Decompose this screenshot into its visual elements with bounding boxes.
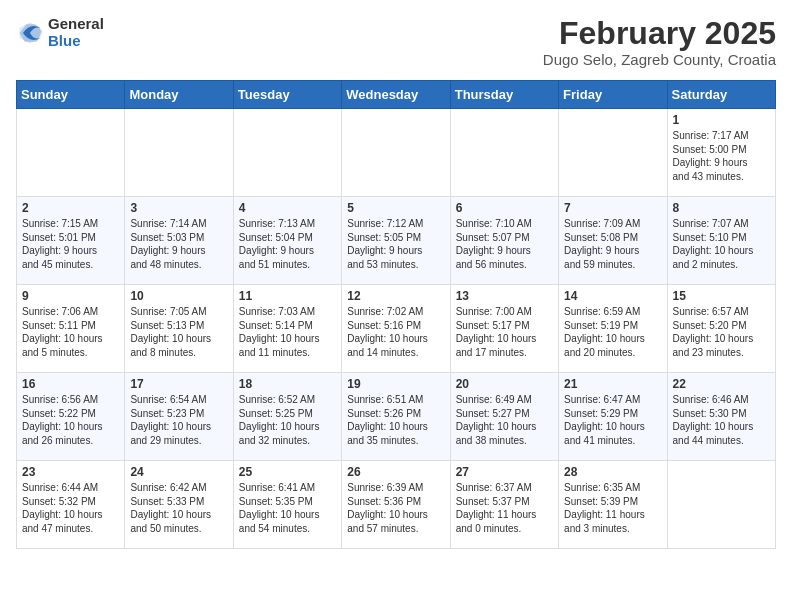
logo-general: General (48, 15, 104, 32)
calendar-cell: 24Sunrise: 6:42 AM Sunset: 5:33 PM Dayli… (125, 461, 233, 549)
day-info: Sunrise: 6:57 AM Sunset: 5:20 PM Dayligh… (673, 305, 770, 359)
month-year: February 2025 (543, 16, 776, 51)
weekday-header-thursday: Thursday (450, 81, 558, 109)
day-number: 14 (564, 289, 661, 303)
day-number: 19 (347, 377, 444, 391)
calendar-cell: 8Sunrise: 7:07 AM Sunset: 5:10 PM Daylig… (667, 197, 775, 285)
day-info: Sunrise: 6:44 AM Sunset: 5:32 PM Dayligh… (22, 481, 119, 535)
calendar-week-row: 2Sunrise: 7:15 AM Sunset: 5:01 PM Daylig… (17, 197, 776, 285)
day-info: Sunrise: 6:47 AM Sunset: 5:29 PM Dayligh… (564, 393, 661, 447)
calendar-cell: 4Sunrise: 7:13 AM Sunset: 5:04 PM Daylig… (233, 197, 341, 285)
weekday-header-sunday: Sunday (17, 81, 125, 109)
calendar-cell: 12Sunrise: 7:02 AM Sunset: 5:16 PM Dayli… (342, 285, 450, 373)
logo-icon (16, 19, 44, 47)
calendar-cell: 3Sunrise: 7:14 AM Sunset: 5:03 PM Daylig… (125, 197, 233, 285)
day-info: Sunrise: 6:41 AM Sunset: 5:35 PM Dayligh… (239, 481, 336, 535)
calendar-cell (667, 461, 775, 549)
calendar-cell: 18Sunrise: 6:52 AM Sunset: 5:25 PM Dayli… (233, 373, 341, 461)
calendar-cell: 7Sunrise: 7:09 AM Sunset: 5:08 PM Daylig… (559, 197, 667, 285)
weekday-header-wednesday: Wednesday (342, 81, 450, 109)
calendar-cell: 14Sunrise: 6:59 AM Sunset: 5:19 PM Dayli… (559, 285, 667, 373)
calendar-cell: 22Sunrise: 6:46 AM Sunset: 5:30 PM Dayli… (667, 373, 775, 461)
weekday-header-saturday: Saturday (667, 81, 775, 109)
title-block: February 2025 Dugo Selo, Zagreb County, … (543, 16, 776, 68)
calendar-cell: 28Sunrise: 6:35 AM Sunset: 5:39 PM Dayli… (559, 461, 667, 549)
day-number: 8 (673, 201, 770, 215)
day-info: Sunrise: 7:02 AM Sunset: 5:16 PM Dayligh… (347, 305, 444, 359)
day-number: 21 (564, 377, 661, 391)
calendar-cell: 26Sunrise: 6:39 AM Sunset: 5:36 PM Dayli… (342, 461, 450, 549)
day-info: Sunrise: 6:49 AM Sunset: 5:27 PM Dayligh… (456, 393, 553, 447)
calendar-cell (559, 109, 667, 197)
weekday-header-friday: Friday (559, 81, 667, 109)
calendar-cell: 23Sunrise: 6:44 AM Sunset: 5:32 PM Dayli… (17, 461, 125, 549)
page-header: General Blue February 2025 Dugo Selo, Za… (16, 16, 776, 68)
calendar-cell: 27Sunrise: 6:37 AM Sunset: 5:37 PM Dayli… (450, 461, 558, 549)
day-info: Sunrise: 6:46 AM Sunset: 5:30 PM Dayligh… (673, 393, 770, 447)
day-number: 15 (673, 289, 770, 303)
day-number: 2 (22, 201, 119, 215)
location: Dugo Selo, Zagreb County, Croatia (543, 51, 776, 68)
calendar-cell (17, 109, 125, 197)
day-info: Sunrise: 6:52 AM Sunset: 5:25 PM Dayligh… (239, 393, 336, 447)
calendar-cell: 10Sunrise: 7:05 AM Sunset: 5:13 PM Dayli… (125, 285, 233, 373)
day-number: 7 (564, 201, 661, 215)
logo-blue: Blue (48, 32, 81, 49)
day-info: Sunrise: 7:05 AM Sunset: 5:13 PM Dayligh… (130, 305, 227, 359)
calendar-cell: 2Sunrise: 7:15 AM Sunset: 5:01 PM Daylig… (17, 197, 125, 285)
day-info: Sunrise: 7:10 AM Sunset: 5:07 PM Dayligh… (456, 217, 553, 271)
day-number: 25 (239, 465, 336, 479)
day-number: 5 (347, 201, 444, 215)
day-number: 12 (347, 289, 444, 303)
calendar-cell: 16Sunrise: 6:56 AM Sunset: 5:22 PM Dayli… (17, 373, 125, 461)
day-number: 6 (456, 201, 553, 215)
weekday-header-tuesday: Tuesday (233, 81, 341, 109)
day-number: 9 (22, 289, 119, 303)
calendar-cell: 15Sunrise: 6:57 AM Sunset: 5:20 PM Dayli… (667, 285, 775, 373)
calendar-week-row: 23Sunrise: 6:44 AM Sunset: 5:32 PM Dayli… (17, 461, 776, 549)
calendar-table: SundayMondayTuesdayWednesdayThursdayFrid… (16, 80, 776, 549)
calendar-cell (233, 109, 341, 197)
logo-text: General Blue (48, 16, 104, 49)
day-info: Sunrise: 6:59 AM Sunset: 5:19 PM Dayligh… (564, 305, 661, 359)
calendar-cell: 9Sunrise: 7:06 AM Sunset: 5:11 PM Daylig… (17, 285, 125, 373)
calendar-week-row: 1Sunrise: 7:17 AM Sunset: 5:00 PM Daylig… (17, 109, 776, 197)
calendar-cell (342, 109, 450, 197)
calendar-cell: 5Sunrise: 7:12 AM Sunset: 5:05 PM Daylig… (342, 197, 450, 285)
day-info: Sunrise: 6:51 AM Sunset: 5:26 PM Dayligh… (347, 393, 444, 447)
calendar-week-row: 16Sunrise: 6:56 AM Sunset: 5:22 PM Dayli… (17, 373, 776, 461)
day-number: 26 (347, 465, 444, 479)
day-number: 22 (673, 377, 770, 391)
day-number: 28 (564, 465, 661, 479)
day-info: Sunrise: 6:42 AM Sunset: 5:33 PM Dayligh… (130, 481, 227, 535)
day-info: Sunrise: 7:06 AM Sunset: 5:11 PM Dayligh… (22, 305, 119, 359)
calendar-cell (125, 109, 233, 197)
weekday-header-row: SundayMondayTuesdayWednesdayThursdayFrid… (17, 81, 776, 109)
day-number: 13 (456, 289, 553, 303)
weekday-header-monday: Monday (125, 81, 233, 109)
day-info: Sunrise: 7:07 AM Sunset: 5:10 PM Dayligh… (673, 217, 770, 271)
day-info: Sunrise: 6:37 AM Sunset: 5:37 PM Dayligh… (456, 481, 553, 535)
calendar-week-row: 9Sunrise: 7:06 AM Sunset: 5:11 PM Daylig… (17, 285, 776, 373)
day-info: Sunrise: 7:15 AM Sunset: 5:01 PM Dayligh… (22, 217, 119, 271)
calendar-cell: 13Sunrise: 7:00 AM Sunset: 5:17 PM Dayli… (450, 285, 558, 373)
calendar-cell: 20Sunrise: 6:49 AM Sunset: 5:27 PM Dayli… (450, 373, 558, 461)
day-number: 24 (130, 465, 227, 479)
day-number: 11 (239, 289, 336, 303)
day-number: 10 (130, 289, 227, 303)
day-info: Sunrise: 7:17 AM Sunset: 5:00 PM Dayligh… (673, 129, 770, 183)
day-number: 16 (22, 377, 119, 391)
calendar-cell: 1Sunrise: 7:17 AM Sunset: 5:00 PM Daylig… (667, 109, 775, 197)
calendar-cell: 19Sunrise: 6:51 AM Sunset: 5:26 PM Dayli… (342, 373, 450, 461)
calendar-cell: 17Sunrise: 6:54 AM Sunset: 5:23 PM Dayli… (125, 373, 233, 461)
day-number: 20 (456, 377, 553, 391)
day-info: Sunrise: 6:54 AM Sunset: 5:23 PM Dayligh… (130, 393, 227, 447)
calendar-cell: 25Sunrise: 6:41 AM Sunset: 5:35 PM Dayli… (233, 461, 341, 549)
day-info: Sunrise: 6:35 AM Sunset: 5:39 PM Dayligh… (564, 481, 661, 535)
calendar-cell (450, 109, 558, 197)
day-info: Sunrise: 7:14 AM Sunset: 5:03 PM Dayligh… (130, 217, 227, 271)
day-number: 18 (239, 377, 336, 391)
day-info: Sunrise: 7:12 AM Sunset: 5:05 PM Dayligh… (347, 217, 444, 271)
calendar-cell: 6Sunrise: 7:10 AM Sunset: 5:07 PM Daylig… (450, 197, 558, 285)
calendar-cell: 11Sunrise: 7:03 AM Sunset: 5:14 PM Dayli… (233, 285, 341, 373)
